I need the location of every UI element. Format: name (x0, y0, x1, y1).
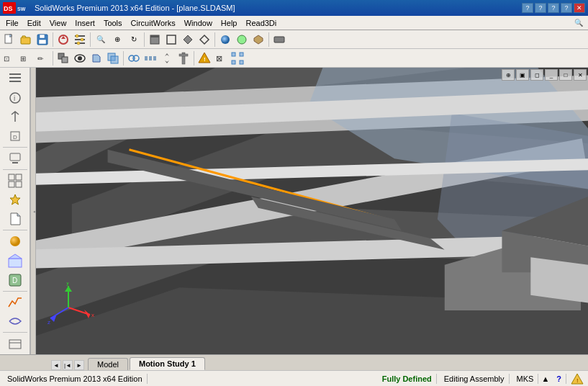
tab-next-btn[interactable]: ► (74, 360, 84, 370)
vp-close-btn[interactable]: ✕ (574, 69, 587, 81)
zoom-fit[interactable]: ⊕ (109, 32, 125, 48)
display-hide-relations[interactable]: ⊞ (18, 50, 34, 66)
title-bar-controls[interactable]: ? ? ? ? ✕ (522, 3, 585, 13)
svg-rect-45 (240, 53, 243, 56)
menu-window[interactable]: Window (180, 17, 217, 29)
decals-btn[interactable]: D (2, 271, 28, 290)
svg-rect-59 (9, 181, 14, 187)
svg-rect-49 (9, 77, 21, 78)
render-button[interactable] (250, 32, 266, 48)
view-palette-btn[interactable] (2, 171, 28, 190)
svg-rect-40 (179, 54, 188, 56)
status-left: SolidWorks Premium 2013 x64 Edition (3, 374, 148, 384)
rebuild-button[interactable] (55, 32, 71, 48)
property-manager-btn[interactable]: i (2, 89, 28, 107)
title-bar-title: SolidWorks Premium 2013 x64 Edition - [p… (35, 4, 235, 12)
separator3 (144, 32, 145, 47)
feature-manager-btn[interactable] (2, 69, 28, 88)
rotate-view[interactable]: ↻ (126, 32, 142, 48)
svg-rect-60 (16, 181, 22, 187)
simulation-btn[interactable] (2, 293, 28, 312)
extra-btn1[interactable] (271, 32, 287, 48)
vp-hide-btn[interactable]: ◻ (530, 69, 543, 81)
maximize-button[interactable]: ? (535, 3, 546, 13)
options-button[interactable] (72, 32, 88, 48)
vp-maximize-btn[interactable]: □ (559, 69, 572, 81)
open-button[interactable] (18, 32, 34, 48)
tab-prev-btn[interactable]: ◄ (51, 360, 61, 370)
svg-point-13 (76, 35, 78, 37)
menu-view[interactable]: View (45, 17, 71, 29)
exploded-view[interactable] (230, 50, 245, 66)
menu-insert[interactable]: Insert (71, 17, 99, 29)
menu-read3di[interactable]: Read3Di (241, 17, 281, 29)
assembly-xpert[interactable]: ⊠ (213, 50, 229, 66)
svg-point-62 (10, 236, 20, 246)
textures-button[interactable] (234, 32, 250, 48)
routing-btn[interactable] (2, 312, 28, 331)
insert-components[interactable] (55, 50, 71, 66)
display-style4[interactable] (196, 32, 212, 48)
svg-rect-6 (40, 35, 45, 38)
hide-show[interactable] (72, 50, 88, 66)
svg-point-31 (78, 56, 82, 60)
menu-edit[interactable]: Edit (23, 17, 45, 29)
solidworks-resources-btn[interactable] (2, 149, 28, 168)
tab-model[interactable]: Model (88, 358, 128, 370)
solidworks-logo: DS SW (3, 2, 32, 14)
save-button[interactable] (35, 32, 50, 48)
scenes-btn[interactable] (2, 251, 28, 270)
mate-button[interactable] (126, 50, 142, 66)
tab-motion-study1[interactable]: Motion Study 1 (130, 357, 205, 370)
new-button[interactable] (1, 32, 17, 48)
minimize-button[interactable]: ? (522, 3, 533, 13)
svg-text:⊠: ⊠ (216, 54, 222, 63)
restore-button[interactable]: ? (561, 3, 572, 13)
vp-display-btn[interactable]: ▣ (516, 69, 529, 81)
menu-circuitworks[interactable]: CircuitWorks (127, 17, 180, 29)
move-component[interactable] (159, 50, 175, 66)
svg-marker-95 (50, 314, 57, 322)
smart-dimension[interactable]: ⊡ (1, 50, 17, 66)
display-style3[interactable] (180, 32, 196, 48)
display-style2[interactable] (163, 32, 179, 48)
viewport[interactable]: x y z ⊕ ▣ ◻ _ □ ✕ (36, 68, 588, 354)
display-style1[interactable] (147, 32, 163, 48)
favorites-btn[interactable] (2, 191, 28, 210)
search-button[interactable]: 🔍 (571, 15, 587, 31)
collapse-handle[interactable]: ◄ (30, 68, 36, 354)
warning-btn[interactable]: ! (569, 372, 585, 385)
svg-rect-55 (10, 153, 20, 161)
edit-component[interactable] (89, 50, 104, 66)
svg-marker-92 (65, 286, 72, 292)
menu-tools[interactable]: Tools (99, 17, 127, 29)
appearance-btn[interactable] (2, 232, 28, 251)
menu-file[interactable]: File (1, 17, 23, 29)
svg-rect-56 (12, 162, 18, 163)
smart-fasteners[interactable] (176, 50, 191, 66)
svg-rect-63 (9, 259, 22, 267)
vp-minimize-btn[interactable]: _ (545, 69, 558, 81)
dimxpert-manager-btn[interactable]: D (2, 127, 28, 145)
document-recovery-btn[interactable] (2, 210, 28, 228)
menu-help[interactable]: Help (217, 17, 242, 29)
extra-panel-btn[interactable] (2, 334, 28, 353)
tab-first-btn[interactable]: |◄ (63, 360, 73, 370)
menu-bar: File Edit View Insert Tools CircuitWorks… (0, 16, 588, 30)
svg-point-15 (77, 42, 80, 45)
zoom-area[interactable]: 🔍 (93, 32, 109, 48)
configuration-manager-btn[interactable] (2, 108, 28, 127)
close-button[interactable]: ✕ (574, 3, 585, 13)
vp-orient-btn[interactable]: ⊕ (502, 69, 515, 81)
help-button[interactable]: ? (548, 3, 559, 13)
materials-button[interactable] (217, 32, 233, 48)
units-arrow[interactable]: ▲ (541, 374, 549, 383)
interference-detection[interactable]: ! (196, 50, 212, 66)
separator2 (90, 32, 91, 47)
linear-pattern[interactable] (143, 50, 158, 66)
assembly-transparency[interactable] (105, 50, 121, 66)
svg-text:◄: ◄ (32, 207, 35, 215)
help-status-btn[interactable]: ? (552, 374, 566, 384)
svg-rect-46 (232, 60, 235, 64)
sketch-xpert[interactable]: ✏ (35, 50, 50, 66)
